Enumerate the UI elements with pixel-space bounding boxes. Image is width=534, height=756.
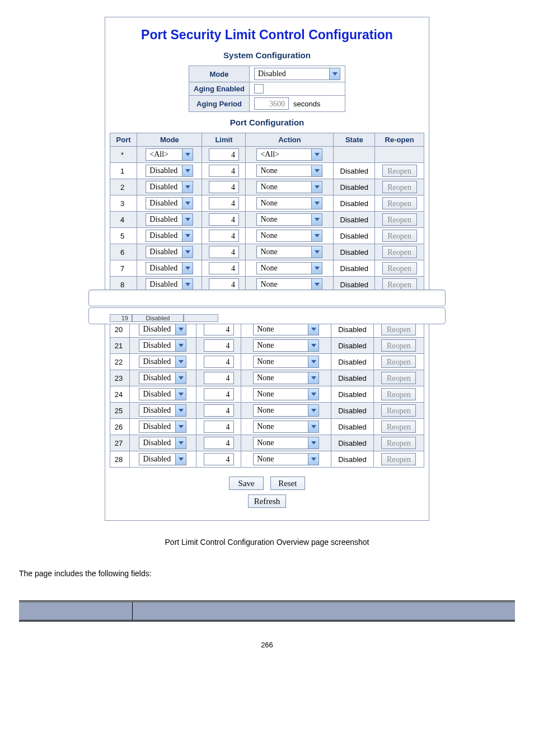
mode-select[interactable]: <All> [146,148,193,161]
reopen-button[interactable]: Reopen [381,453,416,465]
reopen-button[interactable]: Reopen [382,197,417,209]
refresh-button[interactable]: Refresh [248,494,287,508]
state-cell: Disabled [331,435,374,451]
mode-select[interactable]: Disabled [139,372,186,384]
mode-select[interactable]: Disabled [139,323,186,335]
col-mode: Mode [137,133,202,147]
save-button[interactable]: Save [229,477,264,490]
reopen-button[interactable]: Reopen [381,421,416,433]
limit-input[interactable]: 4 [204,437,234,449]
table-row: 23Disabled4NoneDisabledReopen [110,370,424,386]
mode-select[interactable]: Disabled [139,453,186,465]
mode-select[interactable]: Disabled [146,181,193,193]
reopen-button[interactable]: Reopen [382,246,417,258]
action-select[interactable]: None [256,213,322,226]
reopen-button[interactable]: Reopen [382,278,417,291]
mode-select[interactable]: Disabled [139,404,186,417]
limit-input[interactable]: 4 [204,453,234,465]
svg-marker-0 [332,72,338,76]
mode-select[interactable]: Disabled [139,421,186,433]
action-select[interactable]: None [253,421,319,433]
reopen-button[interactable]: Reopen [382,181,417,193]
svg-marker-17 [185,283,190,286]
action-value: None [257,166,311,175]
reopen-button[interactable]: Reopen [381,404,416,417]
aging-period-input[interactable]: 3600 [254,97,289,110]
action-value: None [257,215,311,224]
action-select[interactable]: None [256,181,322,193]
limit-input[interactable]: 4 [209,262,239,274]
limit-input[interactable]: 4 [209,278,239,291]
mode-select[interactable]: Disabled [139,339,186,352]
port-cell: 6 [110,244,137,260]
mode-select[interactable]: Disabled [146,230,193,242]
action-select[interactable]: None [253,453,319,465]
mode-select[interactable]: Disabled [146,213,193,226]
action-select[interactable]: None [256,246,322,258]
chevron-down-icon [311,181,322,193]
mode-select[interactable]: Disabled [139,356,186,368]
svg-marker-30 [311,409,316,412]
reopen-button[interactable]: Reopen [382,213,417,226]
svg-marker-7 [185,202,190,205]
mode-select[interactable]: Disabled [146,246,193,258]
limit-input[interactable]: 4 [204,372,234,384]
limit-input[interactable]: 4 [209,230,239,242]
action-select[interactable]: None [253,388,319,400]
mode-select[interactable]: Disabled [146,165,193,177]
limit-input[interactable]: 4 [209,213,239,226]
reopen-button[interactable]: Reopen [381,388,416,400]
chevron-down-icon [311,165,322,176]
limit-input[interactable]: 4 [204,356,234,368]
mode-select[interactable]: Disabled [146,278,193,291]
limit-input[interactable]: 4 [209,181,239,193]
mode-label: Mode [189,66,250,82]
chevron-down-icon [175,454,186,465]
limit-input[interactable]: 4 [204,388,234,400]
limit-input[interactable]: 4 [204,404,234,417]
col-port: Port [110,133,137,147]
mode-select[interactable]: Disabled [146,262,193,274]
reset-button[interactable]: Reset [270,477,305,490]
reopen-button[interactable]: Reopen [381,356,416,368]
action-select[interactable]: None [253,339,319,352]
action-select[interactable]: None [256,278,322,291]
aging-enabled-label: Aging Enabled [189,82,250,96]
limit-input[interactable]: 4 [209,197,239,209]
system-mode-select[interactable]: Disabled [254,68,340,80]
action-select[interactable]: None [253,404,319,417]
action-select[interactable]: None [256,197,322,209]
mode-select[interactable]: Disabled [139,388,186,400]
reopen-button[interactable]: Reopen [381,339,416,352]
action-value: None [257,248,311,256]
mode-select[interactable]: Disabled [146,197,193,209]
action-select[interactable]: None [253,356,319,368]
limit-input[interactable]: 4 [209,148,239,161]
action-select[interactable]: None [253,323,319,335]
action-select[interactable]: None [256,262,322,274]
mode-select[interactable]: Disabled [139,437,186,449]
port-cell: 4 [110,212,137,228]
mode-value: Disabled [146,248,182,256]
action-select[interactable]: None [256,230,322,242]
limit-input[interactable]: 4 [204,421,234,433]
reopen-button[interactable]: Reopen [381,372,416,384]
reopen-button[interactable]: Reopen [381,323,416,335]
action-select[interactable]: <All> [256,148,322,161]
table-row: 27Disabled4NoneDisabledReopen [110,435,424,451]
action-select[interactable]: None [253,372,319,384]
limit-input[interactable]: 4 [204,323,234,335]
limit-input[interactable]: 4 [209,165,239,177]
state-cell: Disabled [331,370,374,386]
port-config-heading: Port Configuration [110,118,424,127]
limit-input[interactable]: 4 [204,339,234,352]
chevron-down-icon [308,356,318,367]
reopen-button[interactable]: Reopen [382,230,417,242]
reopen-button[interactable]: Reopen [382,262,417,274]
limit-input[interactable]: 4 [209,246,239,258]
reopen-button[interactable]: Reopen [382,165,417,177]
reopen-button[interactable]: Reopen [381,437,416,449]
action-select[interactable]: None [253,437,319,449]
action-select[interactable]: None [256,165,322,177]
aging-enabled-checkbox[interactable] [254,84,264,94]
